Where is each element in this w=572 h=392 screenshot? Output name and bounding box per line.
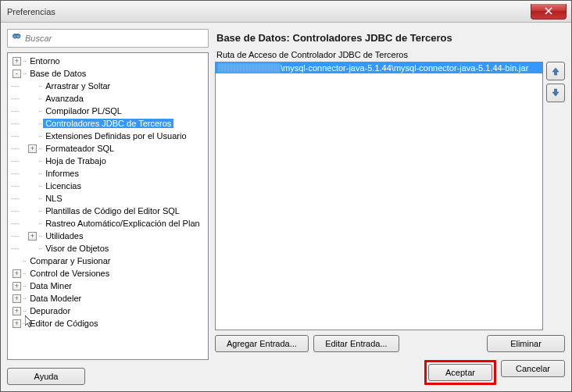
tree-leaf-icon <box>28 169 37 178</box>
tree-item-label: Utilidades <box>43 231 85 241</box>
tree-item-label: Control de Versiones <box>27 269 112 278</box>
tree-item[interactable]: ·····+··Formateador SQL <box>8 142 208 155</box>
expand-icon[interactable]: + <box>28 232 37 241</box>
arrow-up-icon <box>550 66 561 77</box>
tree-leaf-icon <box>28 244 37 253</box>
tree-item-label: Extensiones Definidas por el Usuario <box>43 131 188 141</box>
help-button[interactable]: Ayuda <box>7 368 85 385</box>
search-input[interactable] <box>25 34 205 43</box>
tree-item-label: Controladores JDBC de Terceros <box>43 119 173 128</box>
tree-item[interactable]: ·······Extensiones Definidas por el Usua… <box>8 130 208 142</box>
tree-item-label: Comparar y Fusionar <box>27 256 113 265</box>
tree-leaf-icon <box>28 194 37 203</box>
redacted-path-prefix <box>218 63 281 73</box>
tree-connector: ····· <box>11 156 27 166</box>
panel-title: Base de Datos: Controladores JDBC de Ter… <box>215 29 565 50</box>
tree-leaf-icon <box>28 157 37 166</box>
tree-item-label: Formateador SQL <box>43 144 116 153</box>
tree-item-label: Plantillas de Código del Editor SQL <box>43 206 182 216</box>
tree-item[interactable]: -··Base de Datos <box>8 67 208 80</box>
tree-leaf-icon <box>28 207 37 216</box>
tree-item[interactable]: +··Data Modeler <box>8 292 208 305</box>
tree-connector: ····· <box>11 194 27 203</box>
window-title: Preferencias <box>7 7 55 16</box>
preferences-dialog: Preferencias +··Entorno-··Base de Datos·… <box>0 0 572 392</box>
tree-item[interactable]: ·····+··Utilidades <box>8 230 208 242</box>
tree-item[interactable]: +··Control de Versiones <box>8 267 208 280</box>
tree-item-label: Base de Datos <box>27 69 88 78</box>
tree-item[interactable]: +··Depurador <box>8 305 208 317</box>
tree-item-label: Depurador <box>27 306 73 315</box>
cancel-button[interactable]: Cancelar <box>501 360 565 377</box>
tree-item-label: Visor de Objetos <box>43 244 111 253</box>
tree-item[interactable]: ·······Plantillas de Código del Editor S… <box>8 205 208 217</box>
expand-icon[interactable]: + <box>13 307 21 315</box>
expand-icon[interactable]: + <box>13 269 21 278</box>
accept-highlight: Aceptar <box>424 360 496 385</box>
expand-icon[interactable]: + <box>13 282 21 290</box>
tree-connector: ····· <box>11 131 27 141</box>
tree-connector: ····· <box>11 231 27 241</box>
expand-icon[interactable]: + <box>13 57 21 66</box>
list-item[interactable]: \mysql-connector-java-5.1.44\mysql-conne… <box>216 62 542 73</box>
tree-connector: ····· <box>11 81 27 91</box>
expand-icon[interactable]: + <box>13 319 21 328</box>
tree-item[interactable]: +··Entorno <box>8 55 208 67</box>
tree-item[interactable]: ·······Arrastrar y Soltar <box>8 80 208 92</box>
tree-item[interactable]: ·······Visor de Objetos <box>8 242 208 255</box>
path-text: \mysql-connector-java-5.1.44\mysql-conne… <box>281 63 528 73</box>
tree-item-label: Arrastrar y Soltar <box>43 81 113 91</box>
tree-item-label: Compilador PL/SQL <box>43 106 124 116</box>
tree-item[interactable]: ··Comparar y Fusionar <box>8 255 208 267</box>
delete-button[interactable]: Eliminar <box>487 335 565 352</box>
tree-item[interactable]: +··Editor de Códigos <box>8 317 208 330</box>
tree-item-label: Rastreo Automático/Explicación del Plan <box>43 219 202 228</box>
tree-item[interactable]: ·······Compilador PL/SQL <box>8 105 208 117</box>
tree-item[interactable]: ·······Informes <box>8 167 208 180</box>
ok-button[interactable]: Aceptar <box>428 364 492 381</box>
move-down-button[interactable] <box>546 84 565 102</box>
tree-leaf-icon <box>28 119 37 128</box>
tree-leaf-icon <box>28 94 37 103</box>
expand-icon[interactable]: + <box>28 144 37 153</box>
move-up-button[interactable] <box>546 62 565 80</box>
section-label: Ruta de Acceso de Controlador JDBC de Te… <box>215 50 565 62</box>
tree-item-label: Data Miner <box>27 281 74 290</box>
tree-item-label: NLS <box>43 194 64 203</box>
tree-connector: ····· <box>11 169 27 178</box>
preferences-tree[interactable]: +··Entorno-··Base de Datos·······Arrastr… <box>7 52 209 360</box>
tree-item[interactable]: ·······Hoja de Trabajo <box>8 155 208 167</box>
tree-item[interactable]: ·······NLS <box>8 192 208 205</box>
tree-connector: ····· <box>11 244 27 253</box>
tree-connector: ····· <box>11 119 27 128</box>
close-button[interactable] <box>531 4 567 20</box>
tree-item-label: Hoja de Trabajo <box>43 156 109 166</box>
tree-item[interactable]: ·······Controladores JDBC de Terceros <box>8 117 208 130</box>
add-entry-button[interactable]: Agregar Entrada... <box>215 335 309 352</box>
tree-item[interactable]: ·······Licencias <box>8 180 208 192</box>
tree-item-label: Informes <box>43 169 81 178</box>
tree-item-label: Data Modeler <box>27 294 84 303</box>
tree-item[interactable]: +··Data Miner <box>8 280 208 292</box>
tree-item-label: Editor de Códigos <box>27 319 100 328</box>
tree-connector: ····· <box>11 181 27 191</box>
jdbc-path-list[interactable]: \mysql-connector-java-5.1.44\mysql-conne… <box>215 62 543 330</box>
arrow-down-icon <box>550 87 561 98</box>
edit-entry-button[interactable]: Editar Entrada... <box>313 335 399 352</box>
tree-leaf-icon <box>28 82 37 91</box>
tree-leaf-icon <box>28 182 37 191</box>
search-box[interactable] <box>7 29 209 48</box>
tree-item[interactable]: ·······Avanzada <box>8 92 208 105</box>
tree-connector: ····· <box>11 106 27 116</box>
tree-leaf-icon <box>13 257 21 265</box>
tree-connector: ····· <box>11 144 27 153</box>
collapse-icon[interactable]: - <box>13 69 21 78</box>
tree-item-label: Avanzada <box>43 94 86 103</box>
tree-leaf-icon <box>28 132 37 141</box>
expand-icon[interactable]: + <box>13 294 21 303</box>
tree-connector: ····· <box>11 206 27 216</box>
tree-item-label: Licencias <box>43 181 84 191</box>
tree-connector: ····· <box>11 219 27 228</box>
tree-item[interactable]: ·······Rastreo Automático/Explicación de… <box>8 217 208 230</box>
titlebar[interactable]: Preferencias <box>1 1 571 23</box>
